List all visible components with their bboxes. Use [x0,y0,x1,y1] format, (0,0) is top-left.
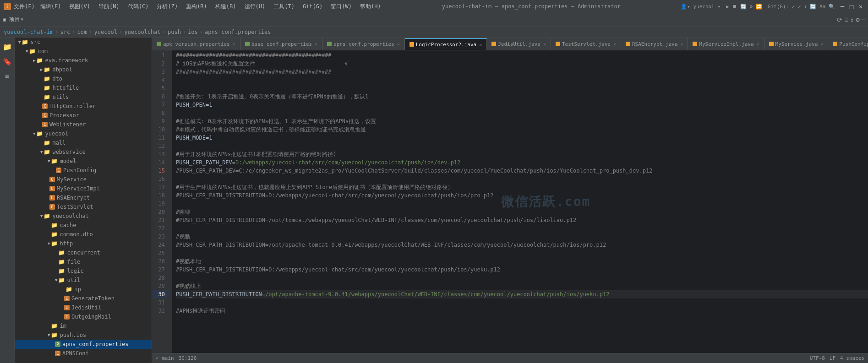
sort-btn[interactable]: ↕ [850,16,854,23]
breadcrumb-item[interactable]: push [168,29,181,35]
tab-base-conf[interactable]: base_conf.properties ✕ [240,38,322,50]
encoding-label[interactable]: UTF-8 [810,355,825,361]
menu-run[interactable]: 运行(U) [242,3,268,11]
tree-item-ip[interactable]: ▶ 📁 ip [15,285,152,294]
tab-rsa-encrypt[interactable]: RSAEncrypt.java ✕ [621,38,688,50]
menu-refactor[interactable]: 重构(R) [183,3,210,11]
tree-item-apnsconf[interactable]: C APNSConf [15,349,152,358]
tree-item-util[interactable]: ▼ 📁 util [15,276,152,285]
tree-item-apns-conf[interactable]: P apns_conf.properties ◀ [15,340,152,349]
code-scroll[interactable]: ########################################… [172,50,868,353]
tab-apns-conf[interactable]: apns_conf.properties ✕ [322,38,404,50]
tab-myserviceimpl[interactable]: MyServiceImpl.java ✕ [688,38,764,50]
close-panel-btn[interactable]: ─ [862,16,865,23]
code-editor[interactable]: 微信活跃.com 1 2 3 4 5 6 7 8 9 10 11 12 13 1… [152,50,868,353]
tab-pushconfig[interactable]: PushConfig.ja... ✕ [828,38,868,50]
breadcrumb-item[interactable]: com [77,29,87,35]
tree-item-jedisutil[interactable]: C JedisUtil [15,303,152,312]
menu-build[interactable]: 构建(B) [213,3,239,11]
menu-git[interactable]: Git(G) [300,3,325,10]
maximize-button[interactable]: □ [848,3,855,10]
tree-item-http[interactable]: ▼ 📁 http [15,239,152,248]
tab-close-btn[interactable]: ✕ [757,42,759,47]
tree-item-dbpool[interactable]: ▶ 📁 dbpool [15,65,152,74]
tab-logic-processor[interactable]: LogicProcessor2.java ✕ [405,38,487,50]
code-line-19 [176,200,868,208]
sync-btn[interactable]: ⟳ [837,16,842,23]
line-num-23: 23 [152,233,169,241]
tree-item-outgoingmail[interactable]: C OutgoingMail [15,312,152,321]
line-num-11: 11 [152,134,169,142]
tab-myservice[interactable]: MyService.java ✕ [764,38,829,50]
menu-tools[interactable]: 工具(T) [271,3,297,11]
collapse-btn[interactable]: ≡ [844,16,848,23]
tree-item-yuecoolchat[interactable]: ▼ 📁 yuecoolchat [15,211,152,221]
breadcrumb-item[interactable]: yuecool-chat-im [4,29,53,35]
tab-close-btn[interactable]: ✕ [479,42,482,47]
tree-label: eva.framework [45,57,88,64]
project-icon[interactable]: 📁 [1,40,14,53]
breadcrumb-item[interactable]: src [60,29,71,35]
tab-apk-version[interactable]: apk_version.properties ✕ [152,38,240,50]
tree-item-rsaencrypt[interactable]: C RSAEncrypt [15,193,152,202]
settings-btn[interactable]: ⚙ [856,16,859,23]
tree-item-pushios[interactable]: ▼ 📁 push.ios [15,330,152,340]
code-line-31 [176,298,868,307]
minimize-button[interactable]: ─ [839,3,846,10]
tab-close-btn[interactable]: ✕ [543,42,546,47]
tab-test-servlet[interactable]: TestServlet.java ✕ [551,38,621,50]
menu-analyze[interactable]: 分析(Z) [154,3,180,11]
tree-item-cache[interactable]: ▶ 📁 cache [15,221,152,230]
menu-edit[interactable]: 编辑(E) [38,3,64,11]
breadcrumb-item[interactable]: yuecoolchat [124,29,160,35]
tree-item-testservlet[interactable]: C TestServlet [15,202,152,211]
menu-window[interactable]: 窗口(W) [328,3,355,11]
project-toolbar: ▣ 项目▾ [3,16,24,23]
breadcrumb-item[interactable]: apns_conf.properties [205,29,271,35]
tree-item-utils[interactable]: ▶ 📁 utils [15,92,152,102]
tree-item-logic[interactable]: ▶ 📁 logic [15,266,152,276]
breadcrumb-item[interactable]: ios [188,29,198,35]
menu-nav[interactable]: 导航(N) [96,3,122,11]
tree-item-concurrent[interactable]: ▶ 📁 concurrent [15,248,152,257]
structure-icon[interactable]: ≡ [1,70,14,82]
tree-item-dto[interactable]: ▶ 📁 dto [15,74,152,83]
tab-jedis-util[interactable]: JedisUtil.java ✕ [487,38,551,50]
tree-item-commondto[interactable]: ▶ 📁 common.dto [15,230,152,239]
tree-item-src[interactable]: ▼ 📁 src [15,38,152,47]
tree-item-file[interactable]: ▶ 📁 file [15,257,152,266]
tab-close-btn[interactable]: ✕ [233,42,235,47]
tree-item-com[interactable]: ▼ 📁 com [15,47,152,56]
bookmark-icon[interactable]: 🔖 [1,55,14,68]
code-content: ########################################… [172,50,868,316]
tab-close-btn[interactable]: ✕ [397,42,400,47]
tree-item-model[interactable]: ▼ 📁 model [15,157,152,166]
tree-item-processor[interactable]: C Processor [15,111,152,120]
menu-help[interactable]: 帮助(H) [357,3,384,11]
tree-item-pushconfig[interactable]: C PushConfig [15,166,152,175]
tab-close-btn[interactable]: ✕ [613,42,616,47]
tree-item-httpcontroller[interactable]: C HttpController [15,102,152,111]
tree-item-im[interactable]: ▶ 📁 im [15,321,152,330]
indent-label[interactable]: 4 spaces [840,355,864,361]
breadcrumb-item[interactable]: yuecool [94,29,117,35]
line-num-24: 24 [152,241,169,249]
tab-close-btn[interactable]: ✕ [680,42,683,47]
menu-view[interactable]: 视图(V) [66,3,93,11]
line-ending-label[interactable]: LF [830,355,835,361]
tab-close-btn[interactable]: ✕ [820,42,823,47]
line-num-4: 4 [152,76,169,84]
tree-item-httpfile[interactable]: ▶ 📁 httpfile [15,83,152,92]
menu-code[interactable]: 代码(C) [125,3,152,11]
title-bar-title: yuecool-chat-im – apns_conf.properties –… [384,3,679,10]
tree-item-eva[interactable]: ▶ 📁 eva.framework [15,56,152,65]
tree-item-myserviceimpl[interactable]: C MyServiceImpl [15,184,152,193]
tree-item-webservice[interactable]: ▼ 📁 webservice [15,147,152,157]
tree-item-myservice[interactable]: C MyService [15,175,152,184]
tab-close-btn[interactable]: ✕ [315,42,317,47]
tree-item-weblistener[interactable]: C WebListener [15,120,152,129]
tree-item-yuecool[interactable]: ▼ 📁 yuecool [15,129,152,138]
close-button[interactable]: ✕ [857,3,864,10]
tree-item-mall[interactable]: ▶ 📁 mall [15,138,152,147]
tree-item-generatetoken[interactable]: C GenerateToken [15,294,152,303]
